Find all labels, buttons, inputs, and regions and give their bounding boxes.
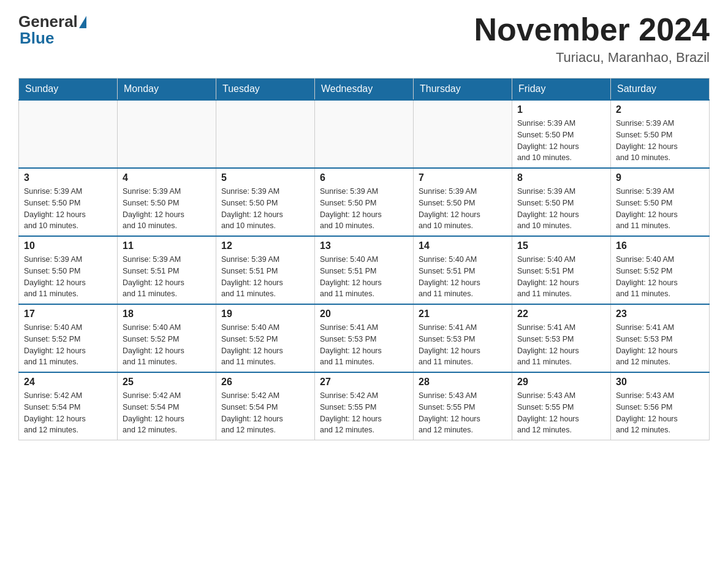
calendar-cell: 21Sunrise: 5:41 AMSunset: 5:53 PMDayligh…: [414, 304, 512, 372]
day-number: 20: [320, 308, 408, 320]
calendar-cell: 18Sunrise: 5:40 AMSunset: 5:52 PMDayligh…: [118, 304, 216, 372]
day-info: Sunrise: 5:40 AMSunset: 5:52 PMDaylight:…: [24, 322, 112, 368]
day-info: Sunrise: 5:42 AMSunset: 5:54 PMDaylight:…: [221, 390, 309, 436]
calendar-cell: [414, 100, 512, 168]
day-number: 21: [419, 308, 507, 320]
day-number: 3: [24, 172, 112, 183]
day-number: 2: [616, 104, 704, 115]
day-number: 1: [517, 104, 605, 115]
week-row-5: 24Sunrise: 5:42 AMSunset: 5:54 PMDayligh…: [19, 372, 710, 440]
calendar-cell: 16Sunrise: 5:40 AMSunset: 5:52 PMDayligh…: [611, 236, 710, 304]
location-subtitle: Turiacu, Maranhao, Brazil: [474, 50, 710, 66]
day-info: Sunrise: 5:43 AMSunset: 5:56 PMDaylight:…: [616, 390, 704, 436]
logo-triangle-icon: [79, 16, 86, 28]
day-info: Sunrise: 5:39 AMSunset: 5:50 PMDaylight:…: [24, 254, 112, 300]
calendar-header-row: SundayMondayTuesdayWednesdayThursdayFrid…: [19, 79, 710, 101]
logo-blue-text: Blue: [20, 29, 86, 48]
logo: General Blue: [18, 12, 86, 48]
column-header-friday: Friday: [512, 79, 611, 101]
day-info: Sunrise: 5:41 AMSunset: 5:53 PMDaylight:…: [517, 322, 605, 368]
day-info: Sunrise: 5:41 AMSunset: 5:53 PMDaylight:…: [320, 322, 408, 368]
day-info: Sunrise: 5:39 AMSunset: 5:50 PMDaylight:…: [24, 186, 112, 232]
calendar-cell: 24Sunrise: 5:42 AMSunset: 5:54 PMDayligh…: [19, 372, 118, 440]
calendar-cell: 29Sunrise: 5:43 AMSunset: 5:55 PMDayligh…: [512, 372, 611, 440]
column-header-tuesday: Tuesday: [216, 79, 315, 101]
day-number: 30: [616, 377, 704, 388]
calendar-cell: 23Sunrise: 5:41 AMSunset: 5:53 PMDayligh…: [611, 304, 710, 372]
day-info: Sunrise: 5:39 AMSunset: 5:51 PMDaylight:…: [123, 254, 211, 300]
day-info: Sunrise: 5:41 AMSunset: 5:53 PMDaylight:…: [616, 322, 704, 368]
day-number: 9: [616, 172, 704, 183]
day-info: Sunrise: 5:40 AMSunset: 5:52 PMDaylight:…: [123, 322, 211, 368]
title-section: November 2024 Turiacu, Maranhao, Brazil: [474, 12, 710, 66]
calendar-cell: 13Sunrise: 5:40 AMSunset: 5:51 PMDayligh…: [315, 236, 414, 304]
day-info: Sunrise: 5:41 AMSunset: 5:53 PMDaylight:…: [419, 322, 507, 368]
calendar-table: SundayMondayTuesdayWednesdayThursdayFrid…: [18, 78, 710, 440]
day-number: 11: [123, 240, 211, 251]
calendar-cell: 7Sunrise: 5:39 AMSunset: 5:50 PMDaylight…: [414, 168, 512, 236]
day-info: Sunrise: 5:39 AMSunset: 5:50 PMDaylight:…: [123, 186, 211, 232]
day-number: 22: [517, 308, 605, 320]
day-info: Sunrise: 5:39 AMSunset: 5:50 PMDaylight:…: [221, 186, 309, 232]
day-number: 23: [616, 308, 704, 320]
day-number: 8: [517, 172, 605, 183]
calendar-cell: [19, 100, 118, 168]
day-number: 24: [24, 377, 112, 388]
day-number: 28: [419, 377, 507, 388]
calendar-cell: [118, 100, 216, 168]
day-info: Sunrise: 5:43 AMSunset: 5:55 PMDaylight:…: [517, 390, 605, 436]
calendar-cell: 26Sunrise: 5:42 AMSunset: 5:54 PMDayligh…: [216, 372, 315, 440]
day-info: Sunrise: 5:39 AMSunset: 5:50 PMDaylight:…: [517, 186, 605, 232]
day-info: Sunrise: 5:42 AMSunset: 5:54 PMDaylight:…: [24, 390, 112, 436]
day-info: Sunrise: 5:43 AMSunset: 5:55 PMDaylight:…: [419, 390, 507, 436]
day-number: 26: [221, 377, 309, 388]
day-number: 27: [320, 377, 408, 388]
calendar-cell: 12Sunrise: 5:39 AMSunset: 5:51 PMDayligh…: [216, 236, 315, 304]
column-header-sunday: Sunday: [19, 79, 118, 101]
month-year-title: November 2024: [474, 12, 710, 47]
day-number: 10: [24, 240, 112, 251]
day-info: Sunrise: 5:39 AMSunset: 5:51 PMDaylight:…: [221, 254, 309, 300]
calendar-cell: 5Sunrise: 5:39 AMSunset: 5:50 PMDaylight…: [216, 168, 315, 236]
day-info: Sunrise: 5:39 AMSunset: 5:50 PMDaylight:…: [616, 118, 704, 164]
calendar-cell: 3Sunrise: 5:39 AMSunset: 5:50 PMDaylight…: [19, 168, 118, 236]
column-header-monday: Monday: [118, 79, 216, 101]
day-number: 15: [517, 240, 605, 251]
calendar-cell: 27Sunrise: 5:42 AMSunset: 5:55 PMDayligh…: [315, 372, 414, 440]
day-number: 14: [419, 240, 507, 251]
day-info: Sunrise: 5:40 AMSunset: 5:51 PMDaylight:…: [320, 254, 408, 300]
calendar-cell: 15Sunrise: 5:40 AMSunset: 5:51 PMDayligh…: [512, 236, 611, 304]
week-row-3: 10Sunrise: 5:39 AMSunset: 5:50 PMDayligh…: [19, 236, 710, 304]
day-number: 19: [221, 308, 309, 320]
day-number: 18: [123, 308, 211, 320]
calendar-cell: [216, 100, 315, 168]
day-info: Sunrise: 5:39 AMSunset: 5:50 PMDaylight:…: [419, 186, 507, 232]
calendar-cell: 25Sunrise: 5:42 AMSunset: 5:54 PMDayligh…: [118, 372, 216, 440]
calendar-cell: 17Sunrise: 5:40 AMSunset: 5:52 PMDayligh…: [19, 304, 118, 372]
calendar-cell: [315, 100, 414, 168]
week-row-4: 17Sunrise: 5:40 AMSunset: 5:52 PMDayligh…: [19, 304, 710, 372]
day-number: 4: [123, 172, 211, 183]
calendar-cell: 20Sunrise: 5:41 AMSunset: 5:53 PMDayligh…: [315, 304, 414, 372]
calendar-cell: 28Sunrise: 5:43 AMSunset: 5:55 PMDayligh…: [414, 372, 512, 440]
calendar-cell: 22Sunrise: 5:41 AMSunset: 5:53 PMDayligh…: [512, 304, 611, 372]
calendar-cell: 2Sunrise: 5:39 AMSunset: 5:50 PMDaylight…: [611, 100, 710, 168]
week-row-2: 3Sunrise: 5:39 AMSunset: 5:50 PMDaylight…: [19, 168, 710, 236]
day-number: 6: [320, 172, 408, 183]
day-number: 16: [616, 240, 704, 251]
day-number: 5: [221, 172, 309, 183]
column-header-thursday: Thursday: [414, 79, 512, 101]
day-info: Sunrise: 5:40 AMSunset: 5:52 PMDaylight:…: [221, 322, 309, 368]
calendar-cell: 8Sunrise: 5:39 AMSunset: 5:50 PMDaylight…: [512, 168, 611, 236]
calendar-cell: 6Sunrise: 5:39 AMSunset: 5:50 PMDaylight…: [315, 168, 414, 236]
day-info: Sunrise: 5:40 AMSunset: 5:52 PMDaylight:…: [616, 254, 704, 300]
calendar-cell: 19Sunrise: 5:40 AMSunset: 5:52 PMDayligh…: [216, 304, 315, 372]
calendar-cell: 4Sunrise: 5:39 AMSunset: 5:50 PMDaylight…: [118, 168, 216, 236]
day-number: 29: [517, 377, 605, 388]
week-row-1: 1Sunrise: 5:39 AMSunset: 5:50 PMDaylight…: [19, 100, 710, 168]
day-info: Sunrise: 5:40 AMSunset: 5:51 PMDaylight:…: [419, 254, 507, 300]
day-info: Sunrise: 5:39 AMSunset: 5:50 PMDaylight:…: [517, 118, 605, 164]
day-info: Sunrise: 5:40 AMSunset: 5:51 PMDaylight:…: [517, 254, 605, 300]
page-header: General Blue November 2024 Turiacu, Mara…: [18, 12, 710, 66]
calendar-cell: 11Sunrise: 5:39 AMSunset: 5:51 PMDayligh…: [118, 236, 216, 304]
